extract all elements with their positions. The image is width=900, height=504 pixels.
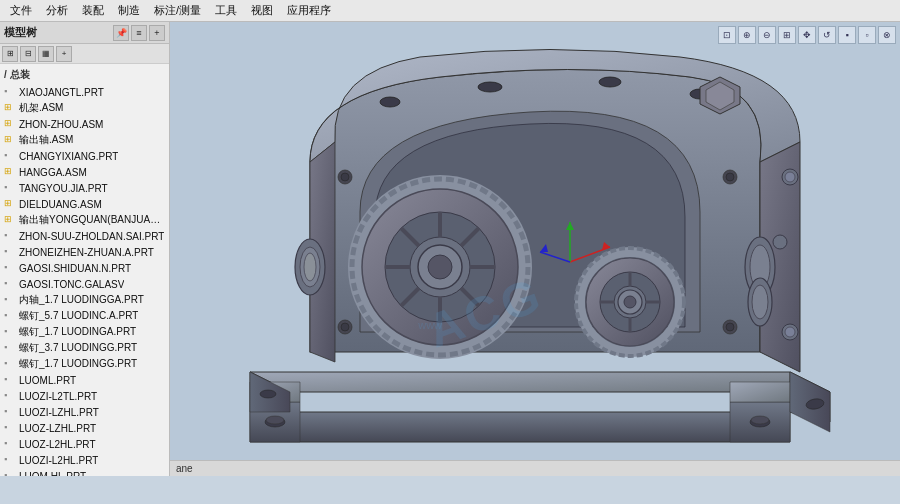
asm-icon: ⊞ (4, 214, 16, 226)
tree-item-label: LUOZI-L2HL.PRT (19, 455, 98, 466)
svg-point-71 (726, 173, 734, 181)
tree-item[interactable]: ▪LUOZI-L2HL.PRT (0, 452, 169, 468)
tree-item[interactable]: ▪GAOSI.SHIDUAN.N.PRT (0, 260, 169, 276)
panel-toolbar: ⊞ ⊟ ▦ + (0, 44, 169, 64)
panel-expand-btn[interactable]: ⊞ (2, 46, 18, 62)
tree-item-label: LUOML.PRT (19, 375, 76, 386)
tree-item-label: GAOSI.TONC.GALASV (19, 279, 124, 290)
prt-icon: ▪ (4, 358, 16, 370)
tree-item-label: ZHON-ZHOU.ASM (19, 119, 103, 130)
asm-icon: ⊞ (4, 198, 16, 210)
prt-icon: ▪ (4, 262, 16, 274)
tree-item[interactable]: ▪CHANGYIXIANG.PRT (0, 148, 169, 164)
tree-item[interactable]: ▪螺钉_1.7 LUODINGA.PRT (0, 324, 169, 340)
tree-item-label: LUOM.HL.PRT (19, 471, 86, 477)
panel-pin-btn[interactable]: 📌 (113, 25, 129, 41)
tree-item-label: XIAOJANGTL.PRT (19, 87, 104, 98)
tree-item[interactable]: ⊞ZHON-ZHOU.ASM (0, 116, 169, 132)
panel-settings-btn[interactable]: ≡ (131, 25, 147, 41)
panel-collapse-btn[interactable]: ⊟ (20, 46, 36, 62)
tree-item[interactable]: ▪LUOZ-LZHL.PRT (0, 420, 169, 436)
tree-list: / 总装 ▪XIAOJANGTL.PRT⊞机架.ASM⊞ZHON-ZHOU.AS… (0, 64, 169, 476)
tree-item-label: 螺钉_1.7 LUODINGG.PRT (19, 357, 137, 371)
tree-item-label: CHANGYIXIANG.PRT (19, 151, 118, 162)
tree-item[interactable]: ▪LUOZI-L2TL.PRT (0, 388, 169, 404)
viewport[interactable]: ACG www ⊡ ⊕ ⊖ ⊞ ✥ ↺ ▪ ▫ ⊗ ane (170, 22, 900, 476)
svg-point-75 (726, 323, 734, 331)
prt-icon: ▪ (4, 438, 16, 450)
svg-point-46 (304, 253, 316, 281)
tree-root[interactable]: / 总装 (0, 66, 169, 84)
svg-point-15 (260, 390, 276, 398)
prt-icon: ▪ (4, 86, 16, 98)
tree-item-label: 螺钉_1.7 LUODINGA.PRT (19, 325, 136, 339)
prt-icon: ▪ (4, 230, 16, 242)
menu-file[interactable]: 文件 (4, 1, 38, 20)
svg-point-50 (752, 285, 768, 319)
prt-icon: ▪ (4, 406, 16, 418)
svg-point-7 (266, 416, 284, 424)
tree-item[interactable]: ▪螺钉_3.7 LUODINGG.PRT (0, 340, 169, 356)
panel-title: 模型树 (4, 25, 37, 40)
tree-item[interactable]: ▪LUOZ-L2HL.PRT (0, 436, 169, 452)
tree-item[interactable]: ⊞DIELDUANG.ASM (0, 196, 169, 212)
svg-point-69 (341, 173, 349, 181)
vp-zoom-fit[interactable]: ⊡ (718, 26, 736, 44)
tree-item[interactable]: ▪螺钉_1.7 LUODINGG.PRT (0, 356, 169, 372)
vp-zoom-in[interactable]: ⊕ (738, 26, 756, 44)
tree-item-label: HANGGA.ASM (19, 167, 87, 178)
svg-point-55 (773, 235, 787, 249)
vp-shade[interactable]: ▪ (838, 26, 856, 44)
panel-add-btn[interactable]: + (149, 25, 165, 41)
panel-new-btn[interactable]: + (56, 46, 72, 62)
tree-item[interactable]: ▪GAOSI.TONC.GALASV (0, 276, 169, 292)
tree-item-label: TANGYOU.JIA.PRT (19, 183, 108, 194)
tree-item[interactable]: ▪LUOZI-LZHL.PRT (0, 404, 169, 420)
vp-section[interactable]: ⊗ (878, 26, 896, 44)
tree-item-label: LUOZ-L2HL.PRT (19, 439, 96, 450)
asm-icon: ⊞ (4, 118, 16, 130)
menu-assemble[interactable]: 装配 (76, 1, 110, 20)
tree-item-label: GAOSI.SHIDUAN.N.PRT (19, 263, 131, 274)
prt-icon: ▪ (4, 390, 16, 402)
prt-icon: ▪ (4, 310, 16, 322)
tree-item[interactable]: ⊞输出轴.ASM (0, 132, 169, 148)
vp-rotate[interactable]: ↺ (818, 26, 836, 44)
tree-item-label: LUOZ-LZHL.PRT (19, 423, 96, 434)
tree-item-label: LUOZI-L2TL.PRT (19, 391, 97, 402)
tree-item[interactable]: ▪ZHON-SUU-ZHOLDAN.SAI.PRT (0, 228, 169, 244)
tree-item[interactable]: ⊞机架.ASM (0, 100, 169, 116)
status-bar: ane (170, 460, 900, 476)
tree-item[interactable]: ▪TANGYOU.JIA.PRT (0, 180, 169, 196)
tree-item[interactable]: ▪LUOM.HL.PRT (0, 468, 169, 476)
tree-item[interactable]: ▪ZHONEIZHEN-ZHUAN.A.PRT (0, 244, 169, 260)
tree-item[interactable]: ▪LUOML.PRT (0, 372, 169, 388)
tree-item[interactable]: ⊞输出轴YONGQUAN(BANJUAN).ASM (0, 212, 169, 228)
menu-measure[interactable]: 标注/测量 (148, 1, 207, 20)
cad-view (190, 32, 850, 462)
svg-point-11 (751, 416, 769, 424)
tree-item[interactable]: ▪螺钉_5.7 LUODINC.A.PRT (0, 308, 169, 324)
tree-item[interactable]: ⊞HANGGA.ASM (0, 164, 169, 180)
menu-manufacture[interactable]: 制造 (112, 1, 146, 20)
menu-bar: 文件 分析 装配 制造 标注/测量 工具 视图 应用程序 (0, 0, 900, 22)
vp-view-orient[interactable]: ⊞ (778, 26, 796, 44)
vp-pan[interactable]: ✥ (798, 26, 816, 44)
tree-item[interactable]: ▪XIAOJANGTL.PRT (0, 84, 169, 100)
svg-point-57 (478, 82, 502, 92)
viewport-toolbar: ⊡ ⊕ ⊖ ⊞ ✥ ↺ ▪ ▫ ⊗ (718, 26, 896, 44)
menu-tools[interactable]: 工具 (209, 1, 243, 20)
status-text: ane (176, 463, 193, 474)
tree-item-label: 输出轴YONGQUAN(BANJUAN).ASM (19, 213, 165, 227)
panel-filter-btn[interactable]: ▦ (38, 46, 54, 62)
prt-icon: ▪ (4, 422, 16, 434)
menu-analyze[interactable]: 分析 (40, 1, 74, 20)
vp-wire[interactable]: ▫ (858, 26, 876, 44)
tree-item-label: ZHON-SUU-ZHOLDAN.SAI.PRT (19, 231, 164, 242)
vp-zoom-out[interactable]: ⊖ (758, 26, 776, 44)
menu-view[interactable]: 视图 (245, 1, 279, 20)
tree-item[interactable]: ▪内轴_1.7 LUODINGGA.PRT (0, 292, 169, 308)
menu-apps[interactable]: 应用程序 (281, 1, 337, 20)
tree-item-label: 螺钉_5.7 LUODINC.A.PRT (19, 309, 138, 323)
panel-header: 模型树 📌 ≡ + (0, 22, 169, 44)
